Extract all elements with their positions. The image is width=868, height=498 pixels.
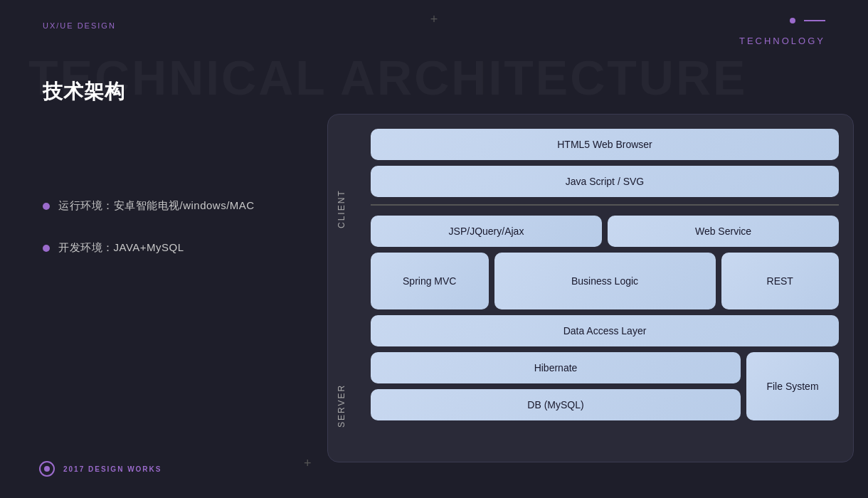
middle-triple-row: Spring MVC Business Logic REST <box>371 253 839 309</box>
cross-decoration-bottom: + <box>304 457 312 470</box>
bottom-row: Hibernate DB (MySQL) File System <box>371 352 839 420</box>
technology-label: TECHNOLOGY <box>739 36 825 46</box>
javascript-row: Java Script / SVG <box>371 166 839 197</box>
diagram-inner: HTML5 Web Browser Java Script / SVG JSP/… <box>371 129 839 447</box>
html5-row: HTML5 Web Browser <box>371 129 839 160</box>
line-decoration <box>804 20 825 21</box>
file-system-box: File System <box>746 352 839 420</box>
title-background: TECHNICAL ARCHITECTURE <box>28 50 840 105</box>
footer-circle-icon <box>39 461 55 477</box>
web-service-box: Web Service <box>608 216 839 247</box>
section-divider <box>371 204 839 206</box>
client-section: HTML5 Web Browser Java Script / SVG <box>371 129 839 197</box>
server-section: JSP/JQuery/Ajax Web Service Spring MVC B… <box>371 216 839 420</box>
business-logic-box: Business Logic <box>494 253 716 309</box>
jsp-jquery-box: JSP/JQuery/Ajax <box>371 216 602 247</box>
bullet-dot-1 <box>43 203 50 210</box>
footer-label: 2017 DESIGN WORKS <box>63 465 162 473</box>
footer-circle-inner <box>44 466 50 472</box>
rest-box: REST <box>721 253 840 309</box>
bullet-dot-2 <box>43 245 50 252</box>
bullet-item-1: 运行环境：安卓智能电视/windows/MAC <box>43 199 255 213</box>
bullet-item-2: 开发环境：JAVA+MySQL <box>43 241 255 255</box>
dot-decoration <box>790 18 795 23</box>
bottom-left-col: Hibernate DB (MySQL) <box>371 352 741 420</box>
architecture-diagram: Client Server HTML5 Web Browser Java Scr… <box>327 114 854 462</box>
client-label: Client <box>337 129 346 228</box>
jsp-webservice-row: JSP/JQuery/Ajax Web Service <box>371 216 839 247</box>
hibernate-box: Hibernate <box>371 352 741 383</box>
footer-area: 2017 DESIGN WORKS <box>39 461 162 477</box>
server-label: Server <box>337 257 346 428</box>
cross-decoration-top: + <box>430 13 438 26</box>
title-bg-text: TECHNICAL ARCHITECTURE <box>28 50 840 105</box>
page-title: 技术架构 <box>43 78 125 105</box>
bullet-text-1: 运行环境：安卓智能电视/windows/MAC <box>58 199 255 213</box>
data-access-layer-box: Data Access Layer <box>371 315 839 346</box>
data-access-row: Data Access Layer <box>371 315 839 346</box>
left-content: 运行环境：安卓智能电视/windows/MAC 开发环境：JAVA+MySQL <box>43 199 255 283</box>
top-right-decoration <box>790 18 825 23</box>
db-mysql-box: DB (MySQL) <box>371 389 741 420</box>
spring-mvc-box: Spring MVC <box>371 253 489 309</box>
javascript-svg-box: Java Script / SVG <box>371 166 839 197</box>
bullet-text-2: 开发环境：JAVA+MySQL <box>58 241 184 255</box>
ux-label: UX/UE DESIGN <box>43 21 116 30</box>
html5-browser-box: HTML5 Web Browser <box>371 129 839 160</box>
